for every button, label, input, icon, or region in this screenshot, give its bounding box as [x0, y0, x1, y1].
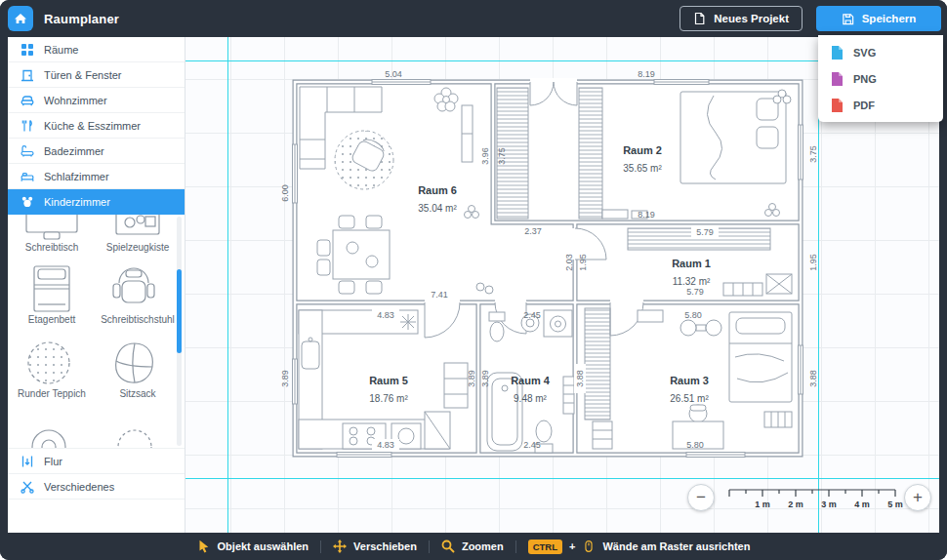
export-pdf-item[interactable]: PDF [818, 92, 943, 118]
svg-text:2.45: 2.45 [523, 440, 541, 450]
mouse-icon [582, 540, 596, 553]
room-label: Raum 2 [623, 144, 662, 156]
svg-text:8.19: 8.19 [638, 69, 655, 79]
floor-item[interactable] [476, 283, 484, 291]
separator [320, 540, 321, 553]
furniture-item-partial-1[interactable] [13, 421, 91, 449]
sidebar-item-label: Türen & Fenster [44, 69, 121, 81]
magnifier-icon [441, 540, 455, 553]
scissors-icon [21, 480, 35, 494]
svg-text:3.89: 3.89 [480, 370, 490, 387]
sofa-icon [21, 94, 35, 107]
svg-text:4.83: 4.83 [377, 310, 394, 320]
scrollbar-thumb[interactable] [177, 269, 182, 353]
sidebar-item-kinderzimmer[interactable]: Kinderzimmer [8, 189, 185, 215]
sidebar-item-verschiedenes[interactable]: Verschiedenes [8, 474, 185, 500]
rooms-icon [21, 43, 35, 57]
room-area: 35.04 m² [418, 203, 457, 214]
furniture-item-schreibtischstuhl[interactable]: Schreibtischstuhl [99, 265, 177, 325]
radiator[interactable] [563, 377, 574, 414]
png-file-icon [831, 71, 844, 87]
export-png-item[interactable]: PNG [818, 65, 943, 92]
sidebar-item-wohnzimmer[interactable]: Wohnzimmer [8, 88, 185, 113]
radiator[interactable] [764, 412, 792, 427]
sidebar-item-flur[interactable]: Flur [8, 449, 185, 474]
room-label: Raum 4 [511, 375, 551, 386]
export-svg-item[interactable]: SVG [818, 39, 943, 65]
hint-select-object: Objekt auswählen [197, 540, 309, 553]
furniture-item-etagenbett[interactable]: Etagenbett [13, 265, 91, 325]
furniture-item-schreibtisch[interactable]: Schreibtisch [13, 215, 91, 253]
floor-plan[interactable]: Raum 6 35.04 m² Raum 2 35.65 m² Raum 1 1… [278, 66, 835, 466]
svg-text:1.95: 1.95 [808, 254, 818, 271]
svg-text:4 m: 4 m [854, 500, 870, 509]
save-button[interactable]: Speichern [816, 6, 941, 31]
dresser[interactable] [638, 310, 663, 322]
furniture-item-sitzsack[interactable]: Sitzsack [99, 340, 177, 399]
shelf[interactable] [593, 421, 612, 449]
new-project-button[interactable]: Neues Projekt [679, 6, 803, 31]
save-label: Speichern [862, 13, 917, 24]
sidebar-item-label: Verschiedenes [44, 481, 114, 493]
svg-text:5.79: 5.79 [686, 287, 704, 297]
footer-hint-bar: Objekt auswählen Verschieben Zoomen CTRL… [0, 533, 947, 560]
sidebar-item-badezimmer[interactable]: Badezimmer [8, 139, 185, 164]
ctrl-key-badge: CTRL [528, 540, 562, 554]
round-item-thumbnail [13, 421, 91, 449]
hint-snap-walls: CTRL + Wände am Raster ausrichten [528, 540, 751, 554]
washing-machine[interactable] [544, 310, 572, 337]
zoom-in-button[interactable]: + [904, 484, 931, 511]
svg-file-icon [831, 45, 844, 60]
fridge[interactable] [425, 412, 450, 449]
home-icon [14, 12, 27, 25]
guide-line-vertical-left[interactable] [227, 37, 228, 533]
sidebar-item-label: Kinderzimmer [44, 196, 110, 208]
sink[interactable] [302, 341, 319, 369]
room-area: 11.32 m² [673, 276, 711, 287]
sidebar-item-label: Badezimmer [44, 145, 104, 157]
svg-text:5.04: 5.04 [385, 69, 402, 79]
header: Raumplaner Neues Projekt Speichern [0, 0, 947, 37]
toilet[interactable] [489, 312, 505, 341]
floor-item[interactable] [485, 286, 493, 294]
single-bed[interactable] [729, 312, 792, 402]
svg-text:2.03: 2.03 [564, 254, 574, 271]
export-menu: SVG PNG PDF [818, 35, 943, 122]
sidebar-item-raeume[interactable]: Räume [8, 37, 185, 62]
wardrobe[interactable] [579, 88, 602, 219]
new-document-icon [693, 12, 706, 25]
room-label: Raum 3 [670, 375, 709, 386]
tall-cabinet[interactable] [444, 363, 468, 408]
furniture-item-runder-teppich[interactable]: Runder Teppich [13, 340, 91, 399]
export-svg-label: SVG [853, 47, 876, 59]
sidebar-item-label: Schlafzimmer [44, 171, 109, 182]
zoom-out-button[interactable]: − [687, 484, 715, 511]
sidebar-item-label: Räume [44, 44, 78, 56]
hint-move: Verschieben [333, 540, 417, 553]
guide-line-horizontal-bottom[interactable] [185, 478, 939, 479]
storage-box[interactable] [766, 274, 792, 294]
bunk-bed-thumbnail [13, 265, 91, 312]
move-icon [333, 540, 347, 553]
furniture-item-label: Spielzeugkiste [99, 242, 177, 253]
svg-text:3.89: 3.89 [467, 370, 476, 387]
wardrobe[interactable] [585, 308, 610, 420]
hint-label: Zoomen [462, 540, 504, 552]
sidebar-item-tueren-fenster[interactable]: Türen & Fenster [8, 62, 185, 88]
pdf-file-icon [831, 98, 844, 113]
furniture-item-partial-2[interactable] [99, 421, 177, 449]
home-button[interactable] [8, 6, 33, 31]
dresser[interactable] [602, 210, 628, 219]
round-rug-thumbnail [13, 340, 91, 386]
cutlery-icon [21, 119, 35, 133]
sidebar-item-kueche-esszimmer[interactable]: Küche & Esszimmer [8, 113, 185, 139]
export-png-label: PNG [853, 73, 877, 85]
cursor-icon [197, 540, 211, 553]
furniture-item-spielzeugkiste[interactable]: Spielzeugkiste [99, 215, 177, 253]
room-label: Raum 5 [369, 375, 408, 386]
svg-text:8.19: 8.19 [638, 210, 655, 220]
double-bed[interactable] [680, 92, 786, 183]
sidebar-item-schlafzimmer[interactable]: Schlafzimmer [8, 164, 185, 189]
svg-text:2.45: 2.45 [523, 310, 541, 320]
svg-text:5.80: 5.80 [684, 310, 702, 320]
